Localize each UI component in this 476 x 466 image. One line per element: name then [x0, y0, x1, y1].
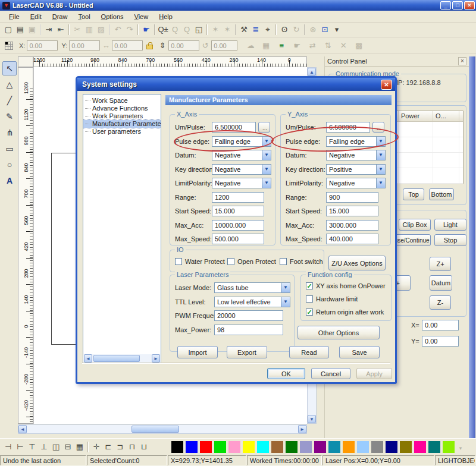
- minimize-button[interactable]: _: [440, 1, 451, 10]
- zoom-page-icon[interactable]: ◱: [193, 24, 205, 36]
- y-axis-range-input[interactable]: 900: [326, 192, 378, 203]
- clip-box-button[interactable]: Clip Box: [399, 219, 431, 231]
- mirror-vertical-icon[interactable]: ⇅: [322, 40, 334, 52]
- globe-icon[interactable]: ⊛: [307, 24, 319, 36]
- tree-item-advance-functions[interactable]: Advance Functions: [83, 105, 161, 112]
- tree-item-manufacturer-parameters[interactable]: Manufacturer Parameters: [83, 120, 161, 128]
- y-axis-start-speed-input[interactable]: 15.000: [326, 206, 378, 216]
- export-button[interactable]: Export: [227, 346, 267, 358]
- chevron-down-icon[interactable]: ▼: [262, 165, 271, 174]
- chevron-down-icon[interactable]: ▼: [376, 150, 385, 160]
- maximize-button[interactable]: □: [452, 1, 463, 10]
- undo-icon[interactable]: ↶: [112, 24, 124, 36]
- x-axis-pulse-edge-combo[interactable]: Falling edge▼: [212, 136, 271, 147]
- y-axis-maxspeed-input[interactable]: 400.000: [326, 234, 378, 244]
- drag-hand-icon[interactable]: ☛: [291, 40, 303, 52]
- datum-button[interactable]: Datum: [430, 275, 452, 291]
- open-file-icon[interactable]: ▤: [14, 24, 26, 36]
- x-axis-datum-combo[interactable]: Negative▼: [212, 150, 271, 160]
- tree-item-work-parameters[interactable]: Work Parameters: [83, 112, 161, 120]
- save-button[interactable]: Save: [339, 346, 380, 358]
- line-tool-icon[interactable]: ╱: [2, 93, 17, 108]
- laser-x-field[interactable]: 0.00: [422, 320, 459, 330]
- rotate-input[interactable]: 0.00: [211, 40, 237, 51]
- color-swatch-9[interactable]: [300, 441, 312, 453]
- z-plus-button[interactable]: Z+: [430, 257, 451, 271]
- menu-file[interactable]: File: [4, 12, 25, 21]
- mirror-horizontal-icon[interactable]: ⇄: [306, 40, 318, 52]
- x-axis-maxspeed-input[interactable]: 500.000: [212, 234, 264, 244]
- color-swatch-8[interactable]: [286, 441, 298, 453]
- y-coord-input[interactable]: 0.00: [69, 40, 100, 51]
- new-document-icon[interactable]: ▢: [2, 24, 14, 36]
- menu-tool[interactable]: Tool: [73, 12, 95, 21]
- color-swatch-11[interactable]: [328, 441, 340, 453]
- node-circle-icon[interactable]: ʘ: [278, 24, 290, 36]
- param-list-icon[interactable]: ≣: [250, 24, 262, 36]
- chevron-down-icon[interactable]: ▼: [281, 297, 290, 307]
- redo-icon[interactable]: ↷: [124, 24, 136, 36]
- hscroll-thumb[interactable]: [131, 426, 179, 433]
- y-axis-key-direction-combo[interactable]: Positive▼: [326, 164, 386, 175]
- palette-more-icon[interactable]: ▾: [455, 442, 466, 454]
- node-snap-icon[interactable]: ✶: [221, 24, 233, 36]
- height-input[interactable]: 0.00: [168, 40, 199, 51]
- color-swatch-13[interactable]: [357, 441, 369, 453]
- y-axis-datum-combo[interactable]: Negative▼: [326, 150, 386, 160]
- scroll-down-icon[interactable]: ▼: [308, 415, 316, 423]
- select-tool-icon[interactable]: ↖: [2, 61, 17, 75]
- chevron-down-icon[interactable]: ▼: [376, 165, 385, 174]
- align-right-icon[interactable]: ⊢: [14, 441, 26, 453]
- top-button[interactable]: Top: [403, 188, 424, 200]
- dialog-close-button[interactable]: ✕: [381, 80, 392, 90]
- io-open-protect-checkbox[interactable]: [227, 258, 234, 265]
- same-size-icon[interactable]: ▦: [74, 441, 86, 453]
- color-swatch-6[interactable]: [257, 441, 269, 453]
- import-file-icon[interactable]: ⇥: [43, 24, 55, 36]
- save-file-icon[interactable]: ▣: [26, 24, 38, 36]
- align-edge-left-icon[interactable]: ⊏: [102, 441, 114, 453]
- menu-draw[interactable]: Draw: [47, 12, 73, 21]
- align-left-icon[interactable]: ⊣: [2, 441, 14, 453]
- color-swatch-2[interactable]: [200, 441, 212, 453]
- bottom-button[interactable]: Bottom: [429, 188, 454, 200]
- menu-edit[interactable]: Edit: [25, 12, 47, 21]
- display-monitor-icon[interactable]: ⊡: [319, 24, 331, 36]
- color-swatch-17[interactable]: [414, 441, 426, 453]
- laser-pwm-frequency-input[interactable]: 20000: [214, 310, 283, 321]
- x-axis-um/pulse-browse-button[interactable]: ...: [258, 122, 270, 133]
- chevron-down-icon[interactable]: ▼: [262, 150, 271, 160]
- color-swatch-15[interactable]: [386, 441, 397, 453]
- x-axis-range-input[interactable]: 1200: [212, 192, 264, 203]
- align-edge-right-icon[interactable]: ⊐: [114, 441, 126, 453]
- control-panel-close-icon[interactable]: ×: [458, 57, 466, 65]
- tile-copies-icon[interactable]: ▦: [260, 40, 272, 52]
- func-hardware-limit-checkbox[interactable]: [306, 295, 313, 303]
- pick-tool-icon[interactable]: ⌖: [262, 24, 274, 36]
- fill-pattern-icon[interactable]: ▩: [353, 40, 365, 52]
- y-axis-limitpolarity-combo[interactable]: Negative▼: [326, 178, 386, 188]
- zu-axes-options-button[interactable]: Z/U Axes Options: [328, 256, 386, 270]
- y-axis-maxacc-input[interactable]: 3000.000: [326, 220, 378, 231]
- import-button[interactable]: Import: [177, 346, 218, 358]
- tree-item-work-space[interactable]: Work Space: [83, 97, 161, 105]
- x-coord-input[interactable]: 0.00: [27, 40, 58, 51]
- color-swatch-0[interactable]: [171, 441, 183, 453]
- align-edge-top-icon[interactable]: ⊓: [126, 441, 138, 453]
- color-swatch-18[interactable]: [428, 441, 440, 453]
- center-horizontal-icon[interactable]: ◫: [50, 441, 62, 453]
- color-swatch-14[interactable]: [371, 441, 383, 453]
- rectangle-tool-icon[interactable]: ▭: [2, 141, 17, 156]
- color-swatch-7[interactable]: [271, 441, 283, 453]
- menu-options[interactable]: Options: [96, 12, 129, 21]
- node-edit-tool-icon[interactable]: △: [2, 77, 17, 92]
- layer-column-3[interactable]: O...: [433, 111, 459, 121]
- paste-icon[interactable]: ▨: [95, 24, 107, 36]
- move-to-center-icon[interactable]: ✛: [90, 441, 102, 453]
- panel-scrollbar[interactable]: [469, 56, 475, 438]
- align-top-icon[interactable]: ⊤: [26, 441, 38, 453]
- y-axis-um/pulse-input[interactable]: 6.500000: [326, 122, 370, 133]
- io-foot-switch-checkbox[interactable]: [280, 258, 287, 265]
- apply-button[interactable]: Apply: [356, 368, 392, 379]
- pan-hand-icon[interactable]: ☛: [140, 24, 152, 36]
